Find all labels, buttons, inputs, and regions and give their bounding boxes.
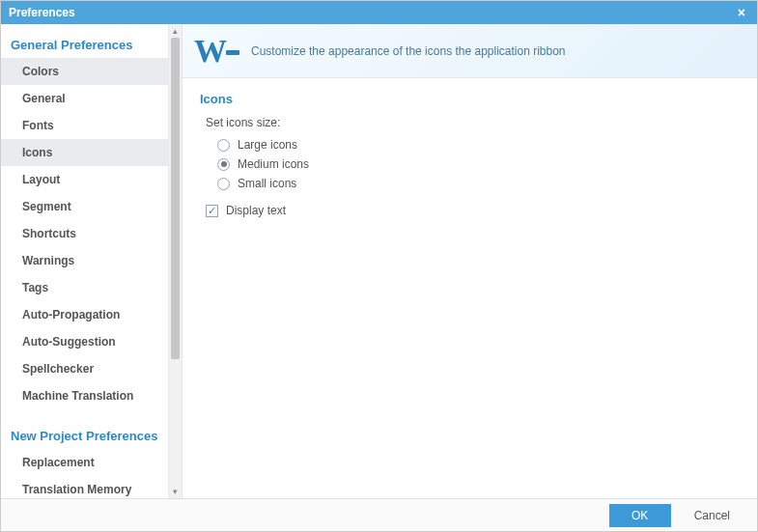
section-title-general: General Preferences: [1, 32, 168, 58]
radio-label: Large icons: [238, 138, 297, 152]
banner: W Customize the appearance of the icons …: [182, 24, 757, 78]
dialog-body: General Preferences Colors General Fonts…: [1, 24, 757, 498]
sidebar-item-spellchecker[interactable]: Spellchecker: [1, 355, 168, 382]
scroll-down-icon[interactable]: ▾: [169, 485, 182, 498]
sidebar-item-label: Colors: [22, 65, 59, 78]
main-area: W Customize the appearance of the icons …: [182, 24, 757, 498]
sidebar-item-machine-translation[interactable]: Machine Translation: [1, 382, 168, 409]
sidebar-item-label: Fonts: [22, 119, 54, 132]
checkbox-icon: ✓: [206, 205, 218, 217]
panel-title: Icons: [200, 92, 740, 106]
banner-description: Customize the appearance of the icons th…: [251, 44, 566, 58]
sidebar-item-label: Shortcuts: [22, 227, 76, 240]
radio-label: Medium icons: [238, 157, 309, 171]
sidebar-item-label: Auto-Propagation: [22, 308, 120, 322]
sidebar: General Preferences Colors General Fonts…: [1, 24, 168, 498]
sidebar-item-label: Icons: [22, 146, 52, 159]
dialog-footer: OK Cancel: [1, 498, 757, 531]
sidebar-item-general[interactable]: General: [1, 85, 168, 112]
sidebar-container: General Preferences Colors General Fonts…: [1, 24, 182, 498]
radio-icon: [217, 139, 230, 152]
radio-small-icons[interactable]: Small icons: [200, 174, 740, 193]
radio-label: Small icons: [238, 177, 296, 190]
sidebar-item-label: Tags: [22, 281, 48, 294]
panel-content: Icons Set icons size: Large icons Medium…: [182, 78, 757, 234]
logo-dash-icon: [226, 50, 239, 55]
radio-icon: [217, 158, 230, 171]
scroll-thumb[interactable]: [171, 38, 180, 359]
scroll-track[interactable]: [169, 38, 182, 485]
icons-size-label: Set icons size:: [206, 116, 740, 129]
ok-button[interactable]: OK: [609, 504, 671, 527]
cancel-button[interactable]: Cancel: [681, 504, 744, 527]
sidebar-item-layout[interactable]: Layout: [1, 166, 168, 193]
window-title: Preferences: [9, 6, 75, 19]
sidebar-item-tags[interactable]: Tags: [1, 274, 168, 301]
sidebar-item-label: Layout: [22, 173, 60, 186]
checkbox-label: Display text: [226, 204, 286, 217]
app-logo: W: [194, 35, 239, 68]
logo-letter: W: [194, 35, 224, 68]
sidebar-item-auto-propagation[interactable]: Auto-Propagation: [1, 301, 168, 328]
sidebar-item-translation-memory[interactable]: Translation Memory: [1, 476, 168, 498]
radio-icon: [217, 178, 230, 190]
section-title-new-project: New Project Preferences: [1, 423, 168, 449]
radio-medium-icons[interactable]: Medium icons: [200, 154, 740, 174]
sidebar-item-label: Spellchecker: [22, 362, 94, 376]
radio-large-icons[interactable]: Large icons: [200, 135, 740, 154]
sidebar-item-colors[interactable]: Colors: [1, 58, 168, 85]
sidebar-item-icons[interactable]: Icons: [1, 139, 168, 166]
sidebar-scrollbar[interactable]: ▴ ▾: [168, 24, 182, 498]
sidebar-item-auto-suggestion[interactable]: Auto-Suggestion: [1, 328, 168, 355]
sidebar-item-segment[interactable]: Segment: [1, 193, 168, 220]
close-icon[interactable]: ×: [734, 4, 749, 21]
sidebar-item-warnings[interactable]: Warnings: [1, 247, 168, 274]
sidebar-item-label: Segment: [22, 200, 71, 213]
titlebar: Preferences ×: [1, 1, 757, 24]
sidebar-item-replacement[interactable]: Replacement: [1, 449, 168, 476]
sidebar-item-label: Machine Translation: [22, 389, 133, 403]
sidebar-item-label: Replacement: [22, 456, 95, 469]
sidebar-item-label: Auto-Suggestion: [22, 335, 116, 349]
sidebar-item-shortcuts[interactable]: Shortcuts: [1, 220, 168, 247]
sidebar-item-label: Translation Memory: [22, 483, 131, 496]
sidebar-item-label: General: [22, 92, 66, 105]
sidebar-item-label: Warnings: [22, 254, 74, 267]
scroll-up-icon[interactable]: ▴: [169, 24, 182, 38]
sidebar-item-fonts[interactable]: Fonts: [1, 112, 168, 139]
checkbox-display-text[interactable]: ✓ Display text: [200, 201, 740, 220]
